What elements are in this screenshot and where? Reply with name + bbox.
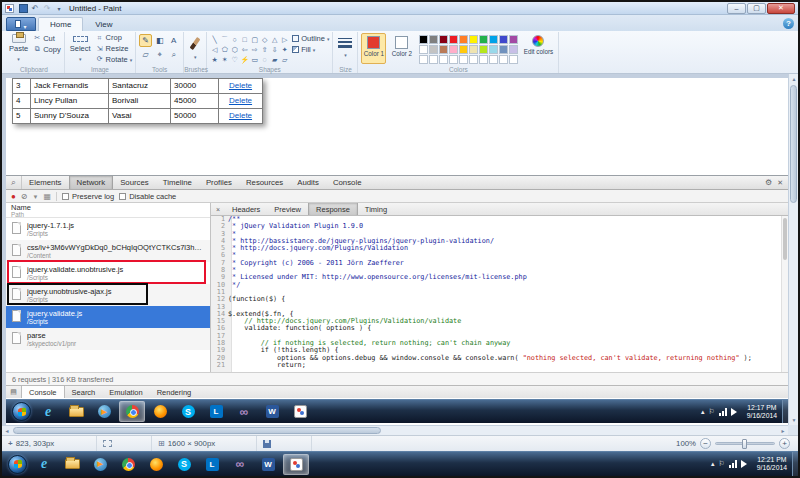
delete-link[interactable]: Delete — [229, 81, 252, 90]
devtools-tab-sources[interactable]: Sources — [113, 176, 156, 189]
drawer-tab-emulation[interactable]: Emulation — [102, 386, 149, 398]
lync-icon[interactable]: L — [199, 454, 225, 475]
palette-color[interactable] — [459, 55, 468, 64]
skype-icon[interactable]: S — [175, 401, 201, 422]
clock[interactable]: 12:21 PM 9/16/2014 — [757, 456, 787, 472]
zoom-slider-thumb[interactable] — [742, 439, 747, 449]
shape-icon[interactable]: ▰ — [270, 55, 279, 64]
shape-icon[interactable]: ⌒ — [220, 35, 229, 44]
select-button[interactable]: Select — [68, 33, 93, 64]
shape-icon[interactable]: ♡ — [230, 55, 239, 64]
palette-color[interactable] — [499, 55, 508, 64]
shape-icon[interactable]: ⇩ — [270, 45, 279, 54]
palette-color[interactable] — [439, 45, 448, 54]
ie-icon[interactable]: e — [35, 401, 61, 422]
scrollbar-thumb[interactable] — [790, 85, 797, 203]
pencil-tool-icon[interactable]: ✎ — [139, 34, 152, 47]
tab-home[interactable]: Home — [38, 17, 83, 31]
request-jquery-1-7-1[interactable]: jquery-1.7.1.js /Scripts — [6, 218, 210, 240]
settings-gear-icon[interactable] — [765, 178, 772, 187]
paint-icon[interactable] — [283, 454, 309, 475]
network-icon[interactable] — [719, 408, 727, 416]
palette-color[interactable] — [509, 35, 518, 44]
request-jquery-validate[interactable]: jquery.validate.js /Scripts — [6, 306, 210, 328]
copy-button[interactable]: Copy — [33, 44, 61, 54]
shape-icon[interactable]: ⇧ — [260, 45, 269, 54]
paint-menu-button[interactable] — [6, 17, 36, 31]
shape-icon[interactable]: □ — [240, 35, 249, 44]
panel-tab-response[interactable]: Response — [308, 203, 358, 215]
drawer-tab-search[interactable]: Search — [65, 386, 103, 398]
clock[interactable]: 12:17 PM 9/16/2014 — [747, 404, 777, 420]
shape-icon[interactable]: ╲ — [210, 35, 219, 44]
preserve-log-checkbox[interactable]: Preserve log — [62, 192, 114, 201]
devtools-tab-network[interactable]: Network — [69, 176, 114, 189]
palette-color[interactable] — [449, 45, 458, 54]
palette-color[interactable] — [429, 55, 438, 64]
palette-color[interactable] — [479, 45, 488, 54]
scroll-left-icon[interactable] — [2, 426, 12, 436]
palette-color[interactable] — [419, 45, 428, 54]
close-detail-icon[interactable]: × — [211, 203, 225, 215]
crop-button[interactable]: Crop — [96, 33, 133, 43]
help-icon[interactable]: ? — [783, 18, 794, 29]
request-css-bundle[interactable]: css/iv+3M6vWYgDkDq0_bCHqIqOQtYCTKCs7l3hm… — [6, 240, 210, 262]
palette-color[interactable] — [449, 35, 458, 44]
size-button[interactable] — [336, 33, 354, 64]
vertical-scrollbar[interactable] — [788, 74, 798, 425]
drawer-icon[interactable] — [6, 386, 21, 398]
request-parse[interactable]: parse /skypectoc/v1/pnr — [6, 328, 210, 350]
inspect-element-icon[interactable] — [6, 176, 22, 189]
minimize-button[interactable]: – — [727, 3, 746, 14]
explorer-folder-icon[interactable] — [63, 401, 89, 422]
quick-access-dropdown-icon[interactable] — [53, 3, 65, 14]
palette-color[interactable] — [419, 55, 428, 64]
palette-color[interactable] — [469, 35, 478, 44]
media-player-icon[interactable]: ▶ — [91, 401, 117, 422]
palette-color[interactable] — [509, 55, 518, 64]
color1-button[interactable]: Color 1 — [361, 33, 386, 64]
record-icon[interactable] — [11, 192, 16, 201]
firefox-icon[interactable] — [147, 401, 173, 422]
filter-icon[interactable] — [33, 192, 39, 201]
palette-color[interactable] — [439, 35, 448, 44]
devtools-tab-audits[interactable]: Audits — [290, 176, 326, 189]
eraser-tool-icon[interactable]: ▱ — [139, 48, 152, 61]
scrollbar-thumb[interactable] — [783, 218, 787, 260]
explorer-folder-icon[interactable] — [59, 454, 85, 475]
panel-tab-preview[interactable]: Preview — [267, 203, 308, 215]
color-picker-tool-icon[interactable]: ⌖ — [153, 48, 166, 61]
shape-icon[interactable]: ◌ — [260, 55, 269, 64]
tray-chevron-icon[interactable] — [701, 408, 705, 416]
save-icon[interactable] — [17, 3, 29, 14]
zoom-in-button[interactable]: + — [779, 438, 790, 449]
palette-color[interactable] — [469, 45, 478, 54]
palette-color[interactable] — [459, 35, 468, 44]
lync-icon[interactable]: L — [203, 401, 229, 422]
firefox-icon[interactable] — [143, 454, 169, 475]
cut-button[interactable]: Cut — [33, 33, 61, 43]
devtools-tab-resources[interactable]: Resources — [239, 176, 290, 189]
palette-color[interactable] — [459, 45, 468, 54]
shape-icon[interactable]: ▱ — [280, 55, 289, 64]
paste-button[interactable]: Paste — [7, 33, 30, 64]
fill-tool-icon[interactable]: ◧ — [153, 34, 166, 47]
outline-button[interactable]: Outline — [292, 33, 329, 43]
palette-color[interactable] — [499, 45, 508, 54]
palette-color[interactable] — [469, 55, 478, 64]
clear-icon[interactable] — [21, 192, 28, 201]
scroll-down-icon[interactable] — [789, 415, 799, 425]
rotate-button[interactable]: Rotate — [96, 54, 133, 64]
palette-color[interactable] — [479, 35, 488, 44]
palette-color[interactable] — [429, 45, 438, 54]
skype-icon[interactable]: S — [171, 454, 197, 475]
word-icon[interactable]: W — [259, 401, 285, 422]
close-button[interactable]: ✕ — [767, 3, 795, 14]
shape-icon[interactable]: ⬠ — [220, 45, 229, 54]
volume-icon[interactable] — [741, 460, 751, 468]
palette-color[interactable] — [489, 55, 498, 64]
undo-icon[interactable] — [29, 3, 41, 14]
devtools-tab-elements[interactable]: Elements — [22, 176, 69, 189]
visual-studio-icon[interactable]: ∞ — [227, 454, 253, 475]
scroll-right-icon[interactable] — [778, 426, 788, 436]
